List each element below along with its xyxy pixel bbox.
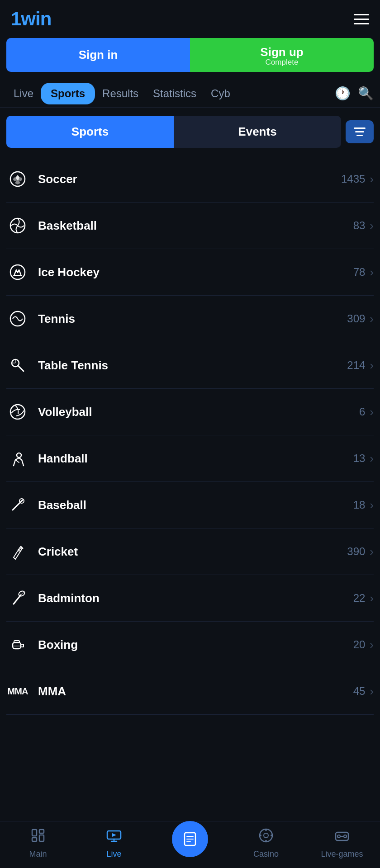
main-icon — [30, 828, 46, 847]
svg-point-19 — [18, 549, 20, 552]
sport-item-boxing[interactable]: Boxing 20 › — [6, 622, 374, 668]
betslip-button[interactable] — [172, 821, 208, 857]
chevron-mma: › — [370, 684, 374, 698]
handball-icon — [6, 447, 29, 470]
signup-sublabel: Complete — [266, 58, 299, 67]
sport-name-volleyball: Volleyball — [38, 405, 355, 419]
sport-name-handball: Handball — [38, 452, 349, 466]
toggle-bar: Sports Events — [0, 108, 380, 156]
svg-point-39 — [264, 833, 268, 838]
chevron-volleyball: › — [370, 405, 374, 419]
tab-sports[interactable]: Sports — [41, 83, 95, 104]
main-label: Main — [29, 849, 47, 859]
sport-count-table-tennis: 214 — [347, 359, 365, 372]
sport-name-table-tennis: Table Tennis — [38, 359, 342, 373]
sport-item-basketball[interactable]: Basketball 83 › — [6, 203, 374, 249]
soccer-icon — [6, 168, 29, 190]
svg-point-41 — [265, 840, 267, 842]
sport-count-ice-hockey: 78 — [353, 266, 366, 278]
svg-rect-29 — [39, 835, 44, 841]
logo-number: 1 — [11, 8, 21, 29]
sport-item-tennis[interactable]: Tennis 309 › — [6, 296, 374, 342]
sport-item-ice-hockey[interactable]: Ice Hockey 78 › — [6, 249, 374, 296]
sport-item-table-tennis[interactable]: Table Tennis 214 › — [6, 342, 374, 389]
live-games-label: Live-games — [321, 849, 363, 859]
toggle-events-button[interactable]: Events — [174, 116, 341, 148]
sport-name-ice-hockey: Ice Hockey — [38, 265, 349, 279]
chevron-table-tennis: › — [370, 359, 374, 373]
svg-point-38 — [260, 829, 272, 842]
sport-item-volleyball[interactable]: Volleyball 6 › — [6, 389, 374, 435]
bottom-nav-live-games[interactable]: Live-games — [304, 828, 380, 859]
sport-item-cricket[interactable]: Cricket 390 › — [6, 528, 374, 575]
ice-hockey-icon — [6, 261, 29, 283]
cricket-icon — [6, 540, 29, 563]
signin-button[interactable]: Sign in — [6, 38, 190, 72]
filter-button[interactable] — [346, 120, 374, 143]
sport-count-volleyball: 6 — [359, 406, 365, 418]
chevron-ice-hockey: › — [370, 265, 374, 279]
table-tennis-icon — [6, 354, 29, 377]
sport-name-soccer: Soccer — [38, 172, 337, 186]
search-icon[interactable]: 🔍 — [358, 86, 374, 101]
chevron-cricket: › — [370, 545, 374, 559]
sport-item-handball[interactable]: Handball 13 › — [6, 435, 374, 482]
sport-count-cricket: 390 — [347, 545, 365, 558]
filter-line-3 — [356, 135, 363, 136]
sport-count-baseball: 18 — [353, 499, 366, 511]
tab-results[interactable]: Results — [95, 83, 146, 107]
tennis-icon — [6, 307, 29, 330]
svg-point-42 — [260, 835, 261, 836]
sport-item-baseball[interactable]: Baseball 18 › — [6, 482, 374, 528]
sport-name-boxing: Boxing — [38, 638, 349, 652]
signup-button[interactable]: Sign up Complete — [190, 38, 374, 72]
svg-marker-33 — [112, 833, 116, 837]
sport-list: Soccer 1435 › Basketball 83 › Ice Hockey… — [0, 156, 380, 715]
history-icon[interactable]: 🕐 — [335, 86, 351, 101]
logo-brand: win — [21, 8, 51, 29]
bottom-nav-betslip[interactable] — [152, 830, 228, 857]
sport-count-basketball: 83 — [353, 219, 366, 232]
svg-line-15 — [15, 460, 19, 462]
sport-item-soccer[interactable]: Soccer 1435 › — [6, 156, 374, 203]
sport-count-boxing: 20 — [353, 638, 366, 651]
casino-icon — [258, 828, 274, 847]
header: 1win — [0, 0, 380, 38]
chevron-handball: › — [370, 452, 374, 466]
svg-point-43 — [271, 835, 272, 836]
mma-text: MMA — [8, 686, 28, 697]
nav-icons: 🕐 🔍 — [335, 86, 374, 104]
sport-count-mma: 45 — [353, 685, 366, 698]
sport-count-tennis: 309 — [347, 312, 365, 325]
svg-rect-27 — [32, 838, 37, 841]
boxing-icon — [6, 633, 29, 656]
filter-line-1 — [354, 127, 366, 129]
bottom-nav-live[interactable]: Live — [76, 828, 152, 859]
bottom-nav-main[interactable]: Main — [0, 828, 76, 859]
chevron-basketball: › — [370, 219, 374, 233]
toggle-sports-button[interactable]: Sports — [6, 116, 174, 148]
volleyball-icon — [6, 401, 29, 423]
tab-statistics[interactable]: Statistics — [146, 83, 204, 107]
live-games-icon — [334, 828, 350, 847]
menu-button[interactable] — [354, 14, 369, 24]
hamburger-line-2 — [354, 19, 369, 20]
sport-count-handball: 13 — [353, 452, 366, 465]
chevron-baseball: › — [370, 498, 374, 512]
hamburger-line-1 — [354, 14, 369, 15]
tab-live[interactable]: Live — [6, 83, 41, 107]
sport-item-mma[interactable]: MMA MMA 45 › — [6, 668, 374, 715]
basketball-icon — [6, 214, 29, 237]
signup-label: Sign up — [260, 46, 303, 59]
svg-rect-28 — [39, 830, 44, 833]
baseball-icon — [6, 494, 29, 516]
sport-item-badminton[interactable]: Badminton 22 › — [6, 575, 374, 622]
bottom-nav-casino[interactable]: Casino — [228, 828, 304, 859]
chevron-soccer: › — [370, 172, 374, 186]
auth-buttons: Sign in Sign up Complete — [0, 38, 380, 79]
sport-count-badminton: 22 — [353, 592, 366, 604]
svg-line-16 — [13, 500, 23, 510]
tab-cyber[interactable]: Cyb — [204, 83, 238, 107]
live-label: Live — [106, 849, 121, 859]
live-tv-icon — [106, 828, 122, 847]
